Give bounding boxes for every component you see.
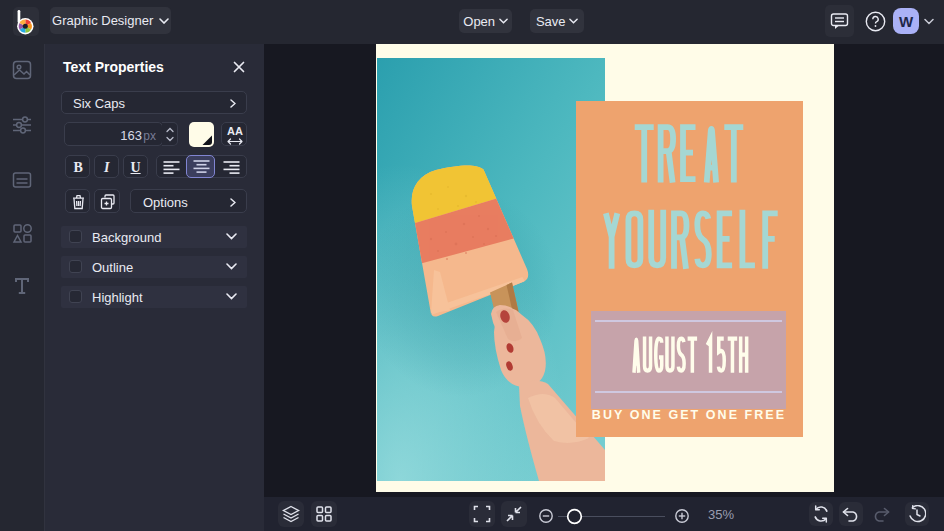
svg-text:BUY ONE GET ONE FREE: BUY ONE GET ONE FREE <box>592 408 786 422</box>
